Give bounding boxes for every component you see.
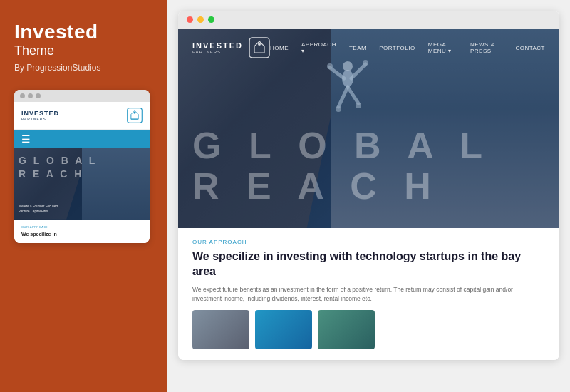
- hero-big-text-line1: G L O B A L: [192, 125, 545, 166]
- mobile-logo-icon: [127, 108, 142, 123]
- svg-line-6: [338, 87, 348, 107]
- hero-big-text-line2: R E A C H: [192, 166, 545, 207]
- nav-team[interactable]: TEAM: [349, 45, 366, 51]
- site-logo-sub: PARTNERS: [192, 50, 243, 54]
- browser-dot-yellow[interactable]: [197, 16, 204, 23]
- mobile-hero: G L O B A L R E A C H We Are a Founder F…: [14, 148, 150, 220]
- mobile-nav-bar: ☰: [14, 130, 150, 148]
- mobile-header: INVESTED PARTNERS: [14, 102, 150, 130]
- mobile-dot-yellow: [28, 93, 33, 98]
- thumbnail-3: [318, 310, 375, 349]
- mobile-content: OUR APPROACH We specilize in: [14, 220, 150, 243]
- mobile-tag: OUR APPROACH: [21, 225, 142, 229]
- mobile-logo: INVESTED PARTNERS: [21, 110, 59, 121]
- mobile-heading: We specilize in: [21, 231, 142, 237]
- thumbnail-2: [255, 310, 312, 349]
- content-section: OUR APPROACH We specilize in investing w…: [178, 228, 559, 360]
- theme-author: By ProgressionStudios: [14, 63, 153, 73]
- mobile-logo-text: INVESTED: [21, 110, 59, 117]
- svg-point-16: [258, 43, 261, 46]
- hamburger-icon[interactable]: ☰: [21, 133, 31, 145]
- main-area: INVESTED PARTNERS HOME APPROACH ▾ TEAM P…: [167, 0, 570, 392]
- site-logo-text: INVESTED: [192, 41, 243, 50]
- svg-line-8: [330, 68, 344, 78]
- thumbnail-1: [192, 310, 249, 349]
- svg-line-7: [348, 87, 358, 103]
- nav-home[interactable]: HOME: [270, 45, 289, 51]
- mobile-logo-sub: PARTNERS: [21, 117, 59, 121]
- image-row: [192, 310, 545, 349]
- mobile-hero-caption: We Are a Founder Focused Venture Capital…: [19, 205, 58, 214]
- content-tag: OUR APPROACH: [192, 239, 545, 245]
- nav-contact[interactable]: CONTACT: [515, 45, 545, 51]
- hero-text: G L O B A L R E A C H: [192, 125, 545, 207]
- browser-dot-red[interactable]: [187, 16, 193, 23]
- nav-mega-menu[interactable]: MEGA MENU ▾: [428, 41, 457, 54]
- mobile-dot-red: [20, 93, 25, 98]
- svg-point-10: [336, 106, 341, 112]
- browser-bar: [178, 11, 559, 29]
- site-nav: INVESTED PARTNERS HOME APPROACH ▾ TEAM P…: [178, 29, 559, 67]
- nav-portfolio[interactable]: PORTFOLIO: [379, 45, 415, 51]
- site-logo-text-block: INVESTED PARTNERS: [192, 41, 243, 54]
- content-heading: We specilize in investing with technolog…: [192, 249, 545, 279]
- mobile-preview-card: INVESTED PARTNERS ☰ G L O B A L: [14, 90, 150, 243]
- mobile-hero-text: G L O B A L R E A C H: [19, 154, 97, 182]
- svg-point-11: [356, 103, 361, 108]
- mobile-dots-bar: [14, 90, 150, 102]
- browser-window: INVESTED PARTNERS HOME APPROACH ▾ TEAM P…: [178, 11, 559, 360]
- nav-news[interactable]: NEWS & PRESS: [470, 41, 502, 54]
- mobile-dot-green: [36, 93, 41, 98]
- site-logo-icon: [249, 37, 270, 58]
- theme-subtitle: Theme: [14, 43, 153, 58]
- svg-point-3: [134, 112, 136, 114]
- nav-approach[interactable]: APPROACH ▾: [301, 41, 336, 54]
- content-body: We expect future benefits as an investme…: [192, 285, 534, 304]
- site-logo: INVESTED PARTNERS: [192, 37, 270, 58]
- theme-title: Invested: [14, 21, 153, 43]
- hero-section: INVESTED PARTNERS HOME APPROACH ▾ TEAM P…: [178, 29, 559, 228]
- browser-dot-green[interactable]: [208, 16, 214, 23]
- site-navigation: HOME APPROACH ▾ TEAM PORTFOLIO MEGA MENU…: [270, 41, 545, 54]
- sidebar: Invested Theme By ProgressionStudios INV…: [0, 0, 167, 392]
